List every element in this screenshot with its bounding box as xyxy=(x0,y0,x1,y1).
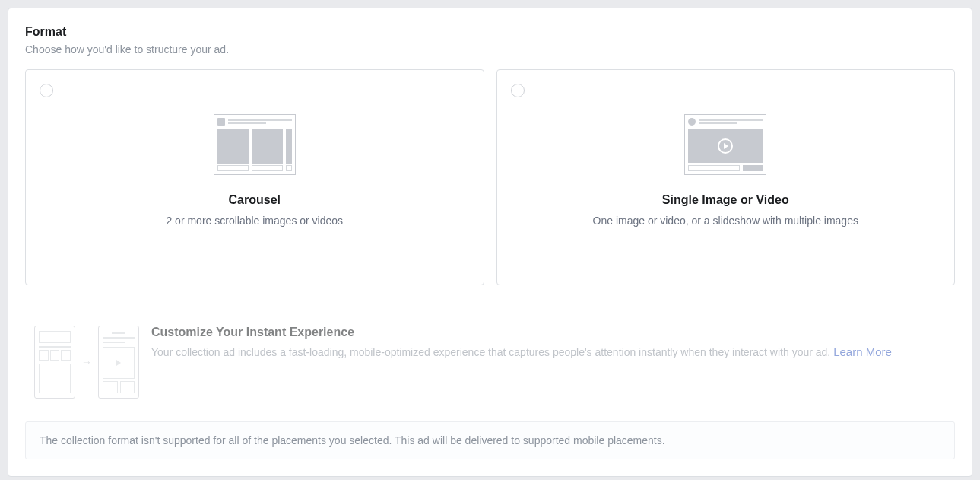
option-title: Carousel xyxy=(229,193,281,207)
placement-notice: The collection format isn't supported fo… xyxy=(25,421,955,459)
option-body: Carousel 2 or more scrollable images or … xyxy=(38,81,471,227)
learn-more-link[interactable]: Learn More xyxy=(833,345,892,358)
format-panel: Format Choose how you'd like to structur… xyxy=(8,8,972,477)
format-option-single[interactable]: Single Image or Video One image or video… xyxy=(496,69,956,285)
option-title: Single Image or Video xyxy=(662,193,789,207)
carousel-thumbnail-icon xyxy=(214,114,296,175)
customize-description-text: Your collection ad includes a fast-loadi… xyxy=(151,346,833,358)
option-body: Single Image or Video One image or video… xyxy=(509,81,943,227)
radio-carousel[interactable] xyxy=(40,84,53,97)
option-description: One image or video, or a slideshow with … xyxy=(593,215,858,227)
arrow-right-icon: → xyxy=(81,356,92,368)
customize-text: Customize Your Instant Experience Your c… xyxy=(151,326,946,399)
format-option-carousel[interactable]: Carousel 2 or more scrollable images or … xyxy=(25,69,484,285)
format-section: Format Choose how you'd like to structur… xyxy=(8,8,972,304)
section-title: Format xyxy=(25,25,955,39)
customize-section: → Customize Your Instant Experience Your… xyxy=(8,304,972,412)
customize-description: Your collection ad includes a fast-loadi… xyxy=(151,344,946,361)
customize-illustration-icon: → xyxy=(34,326,139,399)
radio-single[interactable] xyxy=(511,84,525,97)
section-subtitle: Choose how you'd like to structure your … xyxy=(25,43,955,56)
format-options: Carousel 2 or more scrollable images or … xyxy=(25,69,955,285)
single-thumbnail-icon xyxy=(684,114,766,175)
customize-title: Customize Your Instant Experience xyxy=(151,326,946,339)
option-description: 2 or more scrollable images or videos xyxy=(166,215,343,227)
